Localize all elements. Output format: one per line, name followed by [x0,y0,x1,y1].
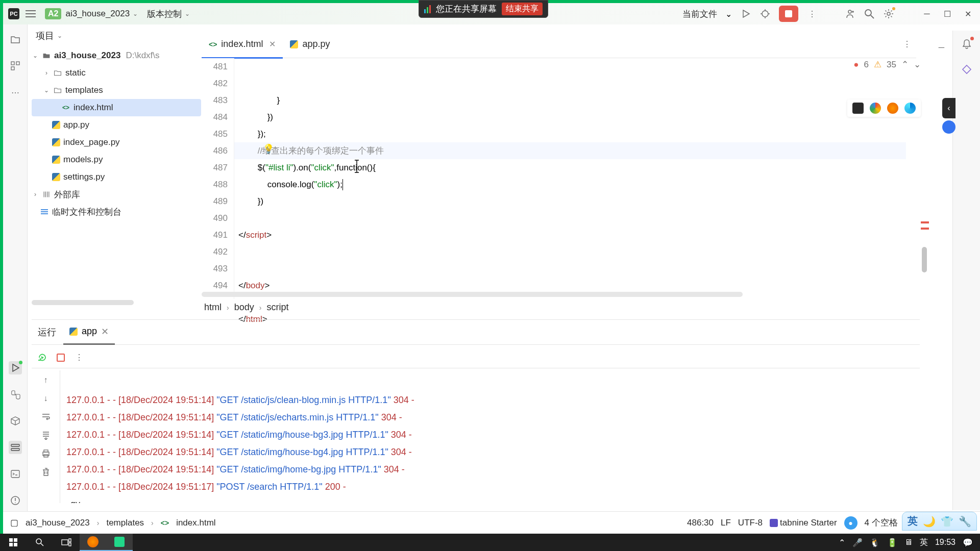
print-icon[interactable] [40,448,52,459]
tray-notifications-icon[interactable]: 💬 [963,538,973,547]
collapse-tab[interactable]: ‹ [942,98,955,118]
status-path-c[interactable]: index.html [176,518,215,528]
stop-button[interactable] [779,6,798,22]
chevron-down-icon[interactable]: ⌄ [57,32,62,39]
terminal-tool-icon[interactable] [9,467,22,481]
crumb[interactable]: script [266,302,288,313]
hamburger-menu-icon[interactable] [26,8,38,20]
maximize-button[interactable]: ☐ [941,8,953,20]
chrome-icon[interactable] [870,103,881,114]
crumb[interactable]: body [234,302,254,313]
chevron-down-icon[interactable]: ⌄ [725,9,732,19]
close-icon[interactable]: ✕ [269,39,276,49]
search-icon[interactable] [864,8,875,19]
minimize-button[interactable]: ─ [921,8,933,20]
tree-folder-static[interactable]: › static [32,64,201,82]
tray-battery-icon[interactable]: 🔋 [887,538,897,547]
structure-tool-icon[interactable] [9,59,22,72]
inspection-stats[interactable]: ●6 ⚠35 ⌃ ⌄ [853,59,921,70]
copilot-icon[interactable]: ● [844,516,857,530]
stop-share-button[interactable]: 结束共享 [502,3,543,15]
up-arrow-icon[interactable]: ↑ [40,374,52,386]
cursor-position[interactable]: 486:30 [687,518,714,528]
run-icon[interactable] [740,8,751,19]
more-icon[interactable]: ⋮ [806,8,818,19]
python-console-icon[interactable] [9,388,22,401]
minimize-editor-icon[interactable]: ─ [939,43,944,52]
notifications-icon[interactable] [961,38,973,50]
search-button[interactable] [27,534,53,551]
firefox-taskbar-icon[interactable] [80,534,106,551]
ai-assistant-icon[interactable] [961,63,973,76]
chevron-down-icon[interactable]: ⌄ [185,10,190,17]
run-tab-app[interactable]: app ✕ [63,319,115,345]
ime-lang[interactable]: 英 [908,514,918,528]
soft-wrap-icon[interactable] [40,411,52,422]
chevron-up-icon[interactable]: ⌃ [901,59,909,70]
tab-app-py[interactable]: app.py [283,31,337,58]
line-separator[interactable]: LF [721,518,731,528]
scroll-to-end-icon[interactable] [40,430,52,441]
tree-folder-templates[interactable]: ⌄ templates [32,82,201,99]
status-path-a[interactable]: ai3_house_2023 [26,518,90,528]
tree-file-index-html[interactable]: <> index.html [32,99,201,116]
tree-file-settings-py[interactable]: settings.py [32,168,201,186]
settings-icon[interactable] [883,8,894,19]
services-tool-icon[interactable] [9,441,22,454]
tree-file-models-py[interactable]: models.py [32,151,201,168]
chevron-right-icon[interactable]: › [32,191,39,198]
start-button[interactable] [0,534,27,551]
code-editor[interactable]: 481 482 483 484 485 486 487 488 489 490 … [202,58,916,299]
ime-moon-icon[interactable]: 🌙 [923,515,936,528]
tree-root[interactable]: ⌄ ai3_house_2023 D:\kdxf\s [32,47,201,64]
chevron-down-icon[interactable]: ⌄ [914,59,921,70]
tree-file-app-py[interactable]: app.py [32,116,201,134]
ime-shirt-icon[interactable]: 👕 [941,515,953,528]
edge-icon[interactable] [904,103,916,114]
tray-display-icon[interactable]: 🖥 [904,538,913,547]
pycharm-icon[interactable] [852,103,864,114]
problems-tool-icon[interactable] [9,494,22,507]
rerun-icon[interactable] [37,352,48,363]
tree-scratches[interactable]: 临时文件和控制台 [32,203,201,220]
run-console[interactable]: 127.0.0.1 - - [18/Dec/2024 19:51:14] "GE… [62,370,920,503]
vcs-menu[interactable]: 版本控制 [147,8,182,20]
editor-vscroll[interactable] [921,58,929,299]
editor-hscroll[interactable] [202,292,743,297]
ime-tool-icon[interactable]: 🔧 [959,515,971,528]
project-tool-icon[interactable] [9,33,22,46]
tabnine-widget[interactable]: tabnine Starter [770,518,837,528]
status-path-b[interactable]: templates [106,518,144,528]
run-config-label[interactable]: 当前文件 [682,8,717,20]
file-encoding[interactable]: UTF-8 [738,518,763,528]
tray-mic-icon[interactable]: 🎤 [852,538,863,547]
code-area[interactable]: } }) }); //给查出来的每个项绑定一个事件 $("#list li").… [234,58,916,299]
reader-mode-icon[interactable] [942,120,955,134]
tray-caret-icon[interactable]: ⌃ [839,538,845,547]
tree-file-index-page-py[interactable]: index_page.py [32,134,201,151]
packages-tool-icon[interactable] [9,414,22,428]
indent-widget[interactable]: 4 个空格 [865,517,898,529]
run-tool-icon[interactable] [9,361,22,374]
pycharm-taskbar-icon[interactable] [106,534,133,551]
more-tools-icon[interactable]: ⋯ [9,86,22,99]
task-view-button[interactable] [53,534,80,551]
more-icon[interactable]: ⋮ [74,352,85,363]
project-panel-header[interactable]: 项目 ⌄ [28,24,201,47]
tray-clock[interactable]: 19:53 [935,538,955,547]
trash-icon[interactable] [40,466,52,478]
tree-external-libs[interactable]: › 外部库 [32,186,201,203]
tabs-more-icon[interactable]: ⋮ [903,39,911,49]
firefox-icon[interactable] [887,103,898,114]
system-tray[interactable]: ⌃ 🎤 🐧 🔋 🖥 英 19:53 💬 [839,537,980,548]
tray-ime[interactable]: 英 [920,537,928,548]
code-with-me-icon[interactable] [844,8,855,19]
close-icon[interactable]: ✕ [101,326,109,337]
chevron-right-icon[interactable]: › [43,69,50,77]
close-button[interactable]: ✕ [962,8,974,20]
chevron-down-icon[interactable]: ⌄ [32,52,39,59]
chevron-down-icon[interactable]: ⌄ [133,10,138,17]
project-panel-scrollbar[interactable] [32,300,134,305]
project-name[interactable]: ai3_house_2023 [65,9,130,19]
tab-index-html[interactable]: <> index.html ✕ [202,31,283,58]
